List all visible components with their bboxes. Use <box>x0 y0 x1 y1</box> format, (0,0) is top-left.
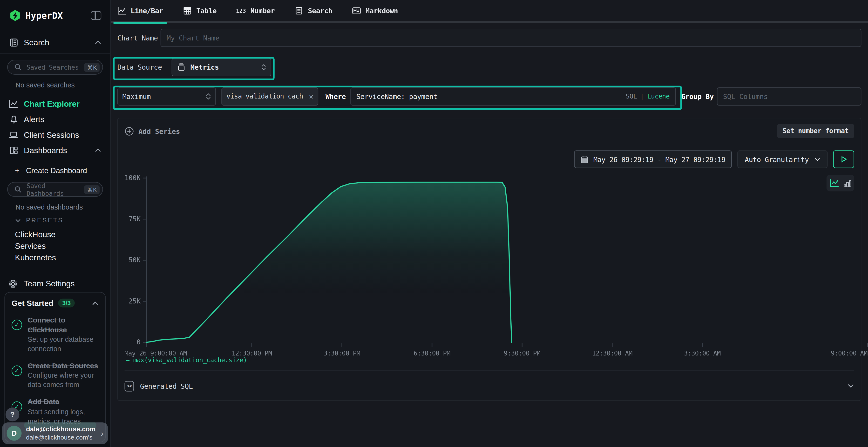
set-number-format-button[interactable]: Set number format <box>777 124 854 138</box>
granularity-select[interactable]: Auto Granularity <box>738 150 828 168</box>
get-started-item[interactable]: ✓ Create Data Sources Configure where yo… <box>11 361 98 390</box>
add-series-button[interactable]: Add Series <box>125 127 180 136</box>
data-source-value: Metrics <box>190 63 257 71</box>
chart-name-input[interactable]: My Chart Name <box>161 29 862 47</box>
chart-legend[interactable]: — max(visa_validation_cache.size) <box>126 356 247 364</box>
preset-clickhouse[interactable]: ClickHouse <box>15 230 110 238</box>
metric-tag-label: visa_validation_cach <box>226 92 306 100</box>
app-stage: HyperDX Search Saved Searches ⌘K No sav <box>0 0 868 447</box>
get-started-item[interactable]: ✓ Add Data Start sending logs, metrics, … <box>11 397 98 426</box>
sidebar-nav: Chart Explorer Alerts Client Sessions <box>0 96 110 158</box>
kbd-shortcut: ⌘K <box>84 185 100 194</box>
user-email: dale@clickhouse.com <box>26 425 96 433</box>
sidebar-divider <box>0 53 110 54</box>
group-by-placeholder: SQL Columns <box>723 92 768 100</box>
generated-sql-toggle[interactable]: <> Generated SQL <box>125 377 854 395</box>
data-source-select[interactable]: Metrics <box>172 58 271 76</box>
sidebar-item-chart-explorer[interactable]: Chart Explorer <box>0 96 110 111</box>
get-started-progress-badge: 3/3 <box>58 299 74 308</box>
tab-search[interactable]: Search <box>294 0 332 22</box>
where-label: Where <box>326 92 346 100</box>
metric-tag[interactable]: visa_validation_cach ✕ <box>221 87 318 105</box>
chevron-down-icon <box>847 384 854 388</box>
sidebar-section-search[interactable]: Search <box>0 34 110 51</box>
create-dashboard-button[interactable]: + Create Dashboard <box>15 166 110 175</box>
sidebar-item-label: Client Sessions <box>24 131 101 139</box>
task-subtitle: Set up your database connection <box>28 335 100 354</box>
markdown-icon <box>351 6 361 15</box>
chevron-up-icon <box>95 147 101 154</box>
main-area: Line/Bar Table 123 Number <box>111 0 868 447</box>
presets-header: PRESETS <box>26 217 63 224</box>
gear-icon <box>8 279 18 288</box>
chevron-up-icon <box>95 39 101 46</box>
group-by-input[interactable]: SQL Columns <box>717 87 862 105</box>
tab-label: Table <box>196 6 217 14</box>
task-subtitle: Configure where your data comes from <box>28 371 100 390</box>
table-icon <box>183 6 192 15</box>
saved-dashboards-input[interactable]: Saved Dashboards ⌘K <box>7 182 103 197</box>
aggregation-select[interactable]: Maximum <box>117 87 216 105</box>
divider <box>125 370 854 371</box>
play-icon <box>840 156 846 163</box>
svg-text:3:30:00 AM: 3:30:00 AM <box>684 349 721 357</box>
check-circle-icon: ✓ <box>11 365 22 376</box>
query-language-toggle[interactable]: SQL|Lucene <box>626 92 670 100</box>
tab-label: Line/Bar <box>131 6 163 14</box>
tab-table[interactable]: Table <box>183 0 217 22</box>
date-range-picker[interactable]: May 26 09:29:19 - May 27 09:29:19 <box>574 150 732 168</box>
task-title: Create Data Sources <box>28 361 100 371</box>
team-settings-label: Team Settings <box>24 279 75 288</box>
run-query-button[interactable] <box>833 150 854 168</box>
search-section-icon <box>9 38 18 47</box>
chevron-down-icon <box>15 218 21 222</box>
document-icon <box>294 6 304 15</box>
team-settings-button[interactable]: Team Settings <box>0 276 110 291</box>
where-input[interactable]: ServiceName: payment SQL|Lucene <box>350 87 676 105</box>
legend-label: max(visa_validation_cache.size) <box>133 356 247 364</box>
where-value: ServiceName: payment <box>356 92 621 100</box>
task-title: Add Data <box>28 397 105 407</box>
code-icon: <> <box>125 381 134 391</box>
aggregation-value: Maximum <box>122 92 201 100</box>
data-source-label: Data Source <box>117 63 172 71</box>
sidebar-item-alerts[interactable]: Alerts <box>0 112 110 127</box>
metric-chart[interactable]: 025K50K75K100KMay 26 9:00:00 AM12:30:00 … <box>125 171 868 357</box>
sidebar-item-label: Chart Explorer <box>24 100 101 108</box>
tab-markdown[interactable]: Markdown <box>351 0 398 22</box>
remove-metric-icon[interactable]: ✕ <box>309 92 313 100</box>
chevron-up-icon[interactable] <box>92 298 99 308</box>
saved-searches-input[interactable]: Saved Searches ⌘K <box>7 60 103 75</box>
preset-services[interactable]: Services <box>15 242 110 249</box>
svg-text:3:30:00 PM: 3:30:00 PM <box>323 349 360 357</box>
search-icon <box>13 62 23 72</box>
tab-line-bar[interactable]: Line/Bar <box>117 0 163 22</box>
user-menu[interactable]: D dale@clickhouse.com dale@clickhouse.co… <box>2 422 108 444</box>
plus-circle-icon <box>125 127 134 136</box>
tab-number[interactable]: 123 Number <box>236 0 275 22</box>
get-started-item[interactable]: ✓ Connect to ClickHouse Set up your data… <box>11 315 98 354</box>
calendar-icon <box>581 155 588 163</box>
hyperdx-logo-icon <box>10 10 21 21</box>
svg-text:25K: 25K <box>128 297 141 305</box>
check-circle-icon: ✓ <box>11 319 22 330</box>
add-series-label: Add Series <box>138 127 180 135</box>
sidebar-header: HyperDX <box>0 0 110 31</box>
kbd-shortcut: ⌘K <box>84 63 100 72</box>
saved-dashboards-placeholder: Saved Dashboards <box>27 182 81 197</box>
legend-swatch: — <box>126 356 129 364</box>
sidebar-item-client-sessions[interactable]: Client Sessions <box>0 127 110 143</box>
create-dashboard-label: Create Dashboard <box>26 166 87 175</box>
svg-text:75K: 75K <box>128 215 141 223</box>
chart-builder-panel: Add Series Set number format May 26 09:2… <box>117 118 862 401</box>
user-team: dale@clickhouse.com's <box>26 434 96 442</box>
tab-label: Search <box>308 6 332 14</box>
sidebar-collapse-icon[interactable] <box>91 11 101 20</box>
help-button[interactable]: ? <box>5 408 19 421</box>
metric-line-chart: 025K50K75K100KMay 26 9:00:00 AM12:30:00 … <box>125 171 868 357</box>
sidebar-item-dashboards[interactable]: Dashboards <box>0 143 110 158</box>
chart-type-tabs: Line/Bar Table 123 Number <box>111 0 868 23</box>
preset-kubernetes[interactable]: Kubernetes <box>15 253 110 261</box>
presets-toggle[interactable]: PRESETS <box>15 217 110 224</box>
dashboards-icon <box>9 146 18 155</box>
